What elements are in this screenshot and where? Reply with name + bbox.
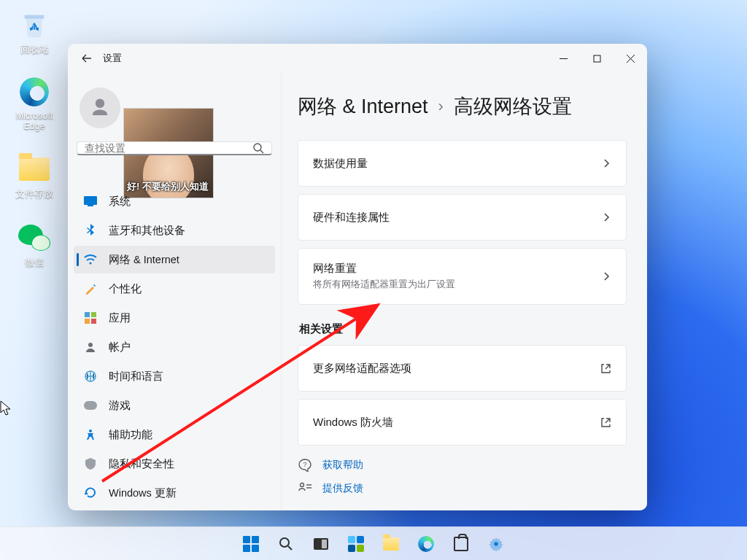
sidebar-item-label: 时间和语言 [109, 370, 163, 384]
card-network-reset[interactable]: 网络重置 将所有网络适配器重置为出厂设置 [298, 248, 627, 305]
taskbar-edge-button[interactable] [411, 530, 441, 558]
taskbar-settings-button[interactable] [481, 530, 511, 558]
minimize-button[interactable] [546, 44, 580, 73]
svg-rect-2 [84, 196, 97, 205]
card-title: 网络重置 [313, 262, 455, 276]
gear-icon [488, 536, 504, 552]
card-data-usage[interactable]: 数据使用量 [298, 140, 627, 187]
help-icon: ? [298, 459, 312, 472]
give-feedback-link[interactable]: 提供反馈 [298, 482, 627, 495]
maximize-button[interactable] [580, 44, 614, 73]
taskbar-store-button[interactable] [446, 530, 476, 558]
card-title: 硬件和连接属性 [313, 211, 390, 225]
folder-icon [19, 158, 50, 181]
svg-text:?: ? [303, 461, 306, 468]
svg-point-9 [88, 343, 93, 347]
sidebar-item-system[interactable]: 系统 [74, 187, 275, 215]
sidebar-item-accessibility[interactable]: 辅助功能 [74, 421, 275, 448]
personalization-icon [84, 282, 97, 295]
sidebar-item-label: 帐户 [109, 341, 131, 354]
edge-icon [418, 536, 434, 552]
desktop-icon-wechat[interactable]: 微信 [6, 222, 63, 269]
taskbar-taskview-button[interactable] [306, 530, 336, 558]
close-icon [627, 55, 635, 63]
accounts-icon [84, 341, 97, 354]
avatar [80, 88, 120, 128]
breadcrumb-parent[interactable]: 网络 & Internet [298, 93, 428, 120]
edge-icon [20, 77, 49, 106]
chevron-right-icon [601, 271, 611, 281]
back-button[interactable] [75, 47, 98, 70]
desktop-icon-recycle-bin[interactable]: 回收站 [6, 9, 63, 56]
close-button[interactable] [614, 44, 647, 73]
sidebar-item-update[interactable]: Windows 更新 [74, 479, 275, 507]
settings-window: 设置 好! 不要给别人知道 [68, 44, 647, 510]
sidebar-item-time[interactable]: 时间和语言 [74, 362, 275, 390]
search-input[interactable] [85, 142, 252, 154]
arrow-left-icon [81, 52, 93, 64]
taskbar [0, 526, 747, 560]
update-icon [84, 486, 97, 499]
maximize-icon [593, 55, 601, 63]
sidebar-item-personalization[interactable]: 个性化 [74, 275, 275, 303]
window-titlebar: 设置 [68, 44, 647, 73]
sidebar-item-label: 系统 [109, 195, 131, 209]
sidebar-item-label: 隐私和安全性 [109, 457, 174, 471]
accessibility-icon [84, 428, 97, 441]
chevron-right-icon [601, 158, 611, 168]
svg-point-16 [280, 538, 289, 547]
card-hardware-properties[interactable]: 硬件和连接属性 [298, 194, 627, 241]
sidebar-item-label: 应用 [109, 311, 131, 325]
sidebar-item-bluetooth[interactable]: 蓝牙和其他设备 [74, 217, 275, 244]
chevron-right-icon [601, 212, 611, 222]
wifi-icon [84, 253, 97, 266]
taskbar-explorer-button[interactable] [376, 530, 406, 558]
windows-logo-icon [243, 536, 259, 552]
sidebar-item-label: 网络 & Internet [109, 253, 179, 267]
sidebar-nav: 系统 蓝牙和其他设备 网络 & Internet 个性化 应用 [74, 187, 275, 507]
taskbar-search-button[interactable] [271, 530, 301, 558]
sidebar-item-gaming[interactable]: 游戏 [74, 392, 275, 419]
sidebar-item-privacy[interactable]: 隐私和安全性 [74, 450, 275, 478]
svg-rect-5 [85, 312, 90, 317]
start-button[interactable] [236, 530, 266, 558]
card-subtitle: 将所有网络适配器重置为出厂设置 [313, 279, 455, 291]
desktop-icon-folder[interactable]: 文件存放 [6, 153, 63, 201]
card-windows-firewall[interactable]: Windows 防火墙 [298, 399, 627, 446]
sidebar-item-apps[interactable]: 应用 [74, 304, 275, 332]
card-title: 数据使用量 [313, 157, 368, 171]
shield-icon [84, 457, 97, 470]
sidebar-item-label: 游戏 [109, 399, 131, 413]
taskbar-widgets-button[interactable] [341, 530, 371, 558]
svg-point-1 [254, 144, 261, 151]
svg-point-4 [89, 262, 91, 264]
minimize-icon [560, 55, 568, 63]
get-help-link[interactable]: ? 获取帮助 [298, 459, 627, 472]
breadcrumb: 网络 & Internet › 高级网络设置 [298, 93, 627, 120]
desktop-icon-label: 微信 [25, 257, 44, 269]
search-box[interactable] [77, 141, 272, 155]
external-link-icon [600, 417, 611, 428]
desktop-icon-label: 回收站 [20, 44, 49, 56]
desktop-icon-edge[interactable]: Microsoft Edge [6, 76, 63, 131]
svg-rect-7 [85, 319, 90, 324]
desktop-icon-label: 文件存放 [15, 188, 53, 201]
gaming-icon [84, 399, 97, 412]
card-more-adapter-options[interactable]: 更多网络适配器选项 [298, 345, 627, 392]
breadcrumb-current: 高级网络设置 [454, 93, 572, 120]
svg-rect-6 [91, 312, 96, 317]
help-link-label: 获取帮助 [322, 459, 363, 472]
desktop-icon-label: Microsoft Edge [6, 111, 63, 131]
sidebar-item-accounts[interactable]: 帐户 [74, 333, 275, 361]
sidebar-item-label: 蓝牙和其他设备 [109, 224, 185, 238]
svg-rect-3 [88, 205, 93, 206]
app-title: 设置 [103, 52, 122, 65]
system-icon [84, 195, 97, 208]
external-link-icon [600, 363, 611, 374]
sidebar-item-network[interactable]: 网络 & Internet [74, 246, 275, 273]
card-title: Windows 防火墙 [313, 416, 393, 429]
sidebar: 好! 不要给别人知道 系统 蓝牙和其他设备 网络 & Internet [68, 73, 281, 510]
chevron-right-icon: › [438, 97, 444, 116]
main-content: 网络 & Internet › 高级网络设置 数据使用量 硬件和连接属性 网络重… [281, 73, 647, 510]
apps-icon [84, 311, 97, 324]
